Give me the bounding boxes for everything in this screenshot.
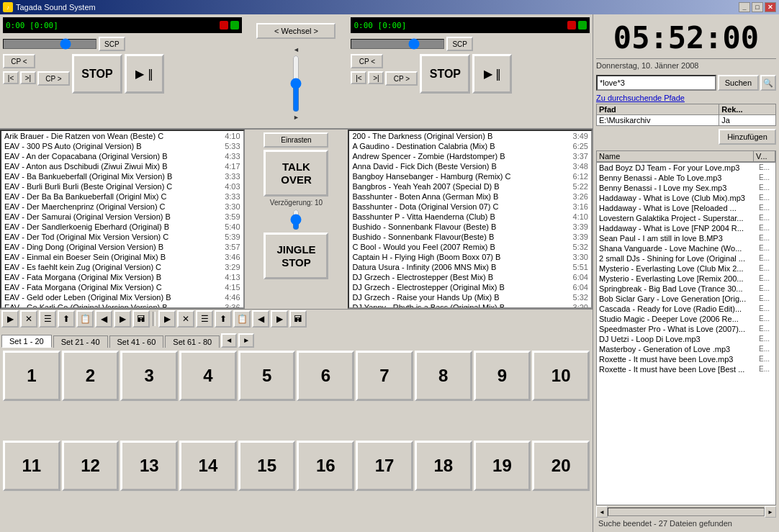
result-item[interactable]: Lovestern Galaktika Project - Superstar.…	[597, 213, 775, 223]
toolbar2-btn1[interactable]: ▶	[158, 310, 176, 328]
list-item[interactable]: Bushido - Sonnenbank Flavour (Beste) B3:…	[349, 222, 591, 232]
list-item[interactable]: Datura Usura - Infinity (2006 MNS Mix) B…	[349, 262, 591, 272]
result-item[interactable]: Bad Boyz DJ Team - For your Love.mp3E...	[597, 163, 775, 173]
number-button-2[interactable]: 2	[62, 351, 120, 401]
toolbar2-btn2[interactable]: ✕	[177, 310, 194, 328]
toolbar1-btn2[interactable]: ✕	[20, 310, 37, 328]
result-item[interactable]: Haddaway - What is Love [FNP 2004 R...E.…	[597, 223, 775, 233]
player2-volume-slider[interactable]	[351, 39, 444, 49]
list-item[interactable]: EAV - Burli Burli Burli (Beste Original …	[1, 181, 243, 191]
toolbar1-btn3[interactable]: ☰	[39, 310, 56, 328]
search-button[interactable]: Suchen	[718, 75, 759, 91]
list-item[interactable]: EAV - Fata Morgana (Original Mix Version…	[1, 282, 243, 292]
result-item[interactable]: Benny Benassi - Able To Love.mp3E...	[597, 173, 775, 183]
hinzufugen-button[interactable]: Hinzufügen	[719, 129, 776, 145]
list-item[interactable]: EAV - Ba Bankueberfall (Original Mix Ver…	[1, 171, 243, 181]
player2-play-button[interactable]: ▶ ‖	[472, 54, 512, 94]
number-button-20[interactable]: 20	[532, 441, 590, 491]
result-item[interactable]: 2 small DJs - Shining for Love (Original…	[597, 253, 775, 263]
result-item[interactable]: Mysterio - Everlasting Love (Club Mix 2.…	[597, 263, 775, 274]
list-item[interactable]: EAV - Der Sandlerkoenig Eberhard (Origin…	[1, 222, 243, 232]
number-button-19[interactable]: 19	[474, 441, 531, 491]
number-button-11[interactable]: 11	[3, 441, 60, 491]
toolbar1-btn4[interactable]: ⬆	[58, 310, 75, 328]
number-button-7[interactable]: 7	[356, 351, 413, 401]
result-item[interactable]: Benny Benassi - I Love my Sex.mp3E...	[597, 183, 775, 193]
player2-back-button[interactable]: |<	[351, 71, 366, 84]
toolbar1-btn1[interactable]: ▶	[1, 310, 19, 328]
number-button-10[interactable]: 10	[532, 351, 590, 401]
player1-play-button[interactable]: ▶ ‖	[125, 54, 164, 94]
number-button-13[interactable]: 13	[120, 441, 178, 491]
result-item[interactable]: Cascada - Ready for Love (Radio Edit)...…	[597, 304, 775, 314]
toolbar2-btn6[interactable]: ◀	[252, 310, 269, 328]
minimize-button[interactable]: _	[739, 2, 750, 12]
list-item[interactable]: Bushido - Sonnenbank Flavour(Beste) B3:3…	[349, 232, 591, 242]
toolbar2-btn8[interactable]: 🖬	[289, 310, 307, 328]
search-input[interactable]	[596, 75, 716, 91]
list-item[interactable]: EAV - Der Samurai (Original Version Vers…	[1, 212, 243, 222]
result-item[interactable]: Bob Siclar Gary - Love Generation [Orig.…	[597, 294, 775, 304]
toolbar1-btn5[interactable]: 📋	[76, 310, 94, 328]
path-row[interactable]: E:\MusikarchivJa	[597, 115, 776, 126]
set-tab-nav-left[interactable]: ◄	[221, 333, 237, 348]
set-tab[interactable]: Set 41 - 60	[109, 335, 164, 348]
list-item[interactable]: Basshunter - Dota (Original Version 07) …	[349, 202, 591, 212]
list-item[interactable]: EAV - 300 PS Auto (Original Version) B5:…	[1, 141, 243, 151]
list-item[interactable]: Anna David - Fick Dich (Beste Version) B…	[349, 161, 591, 171]
toolbar1-btn8[interactable]: 🖬	[132, 310, 150, 328]
number-button-6[interactable]: 6	[297, 351, 354, 401]
list-item[interactable]: EAV - Anton aus Dschibudi (Ziwui Ziwui M…	[1, 161, 243, 171]
number-button-18[interactable]: 18	[415, 441, 472, 491]
player1-volume-slider[interactable]	[3, 39, 96, 49]
set-tab[interactable]: Set 61 - 80	[165, 335, 220, 348]
player1-stop-button[interactable]: STOP	[72, 54, 122, 94]
hscroll-right[interactable]: ►	[765, 506, 776, 518]
toolbar1-btn6[interactable]: ◀	[95, 310, 112, 328]
list-item[interactable]: 200 - The Darkness (Original Version) B3…	[349, 131, 591, 141]
result-item[interactable]: Speedmaster Pro - What is Love (2007)...…	[597, 324, 775, 334]
result-item[interactable]: Masterboy - Generation of Love .mp3E...	[597, 344, 775, 354]
list-item[interactable]: EAV - Ding Dong (Original Version Versio…	[1, 242, 243, 252]
player2-cp-right-button[interactable]: CP >	[385, 71, 418, 86]
number-button-1[interactable]: 1	[3, 351, 60, 401]
list-item[interactable]: EAV - Go Karli Go (Original Version Vers…	[1, 302, 243, 309]
player2-forward-button[interactable]: >|	[368, 71, 384, 84]
number-button-16[interactable]: 16	[297, 441, 354, 491]
player1-forward-button[interactable]: >|	[20, 71, 36, 84]
talk-over-button[interactable]: TALKOVER	[264, 150, 328, 197]
list-item[interactable]: EAV - Einmal ein Boeser Sein (Original M…	[1, 252, 243, 262]
player2-scp-button[interactable]: SCP	[446, 37, 473, 51]
result-item[interactable]: Sean Paul - I am still in love B.MP3E...	[597, 233, 775, 243]
list-item[interactable]: DJ Yanny - Rhyth is a Bass (Original Mix…	[349, 302, 591, 309]
result-item[interactable]: Haddaway - What is Love [Reloaded ...E..…	[597, 203, 775, 213]
list-item[interactable]: Arik Brauer - Die Ratzen von Wean (Beste…	[1, 131, 243, 141]
number-button-17[interactable]: 17	[356, 441, 413, 491]
number-button-4[interactable]: 4	[179, 351, 237, 401]
result-item[interactable]: Roxette - It must have been Love.mp3E...	[597, 354, 775, 364]
list-item[interactable]: Bangbros - Yeah Yeah 2007 (Special D) B5…	[349, 181, 591, 191]
list-item[interactable]: EAV - An der Copacabana (Original Versio…	[1, 151, 243, 161]
crossfader[interactable]	[289, 55, 303, 112]
result-item[interactable]: Springbreak - Big Bad Love (Trance 30...…	[597, 284, 775, 294]
list-item[interactable]: DJ Grzech - Electrostepper (Best Mix) B6…	[349, 272, 591, 282]
list-item[interactable]: EAV - Fata Morgana (Original Mix Version…	[1, 272, 243, 282]
result-item[interactable]: DJ Uetzi - Loop Di Love.mp3E...	[597, 334, 775, 344]
list-item[interactable]: DJ Grzech - Raise your Hands Up (Mix) B5…	[349, 292, 591, 302]
set-tab[interactable]: Set 21 - 40	[53, 335, 108, 348]
einrasten-button[interactable]: Einrasten	[264, 132, 328, 148]
result-item[interactable]: Haddaway - What is Love (Club Mix).mp3E.…	[597, 193, 775, 203]
list-item[interactable]: EAV - Der Tod (Original Mix Version Vers…	[1, 232, 243, 242]
middle-fader-small[interactable]	[289, 209, 302, 230]
number-button-12[interactable]: 12	[62, 441, 120, 491]
player1-back-button[interactable]: |<	[3, 71, 19, 84]
list-item[interactable]: EAV - Geld oder Leben (Original Mix Vers…	[1, 292, 243, 302]
toolbar2-btn4[interactable]: ⬆	[215, 310, 232, 328]
list-item[interactable]: DJ Grzech - Electrostepper (Original Mix…	[349, 282, 591, 292]
player2-cp-left-button[interactable]: CP <	[351, 54, 383, 68]
set-tab-nav-right[interactable]: ►	[238, 333, 254, 348]
player1-scp-button[interactable]: SCP	[99, 37, 125, 51]
toolbar1-btn7[interactable]: ▶	[114, 310, 131, 328]
player1-cp-right-button[interactable]: CP >	[37, 71, 70, 86]
number-button-14[interactable]: 14	[179, 441, 237, 491]
